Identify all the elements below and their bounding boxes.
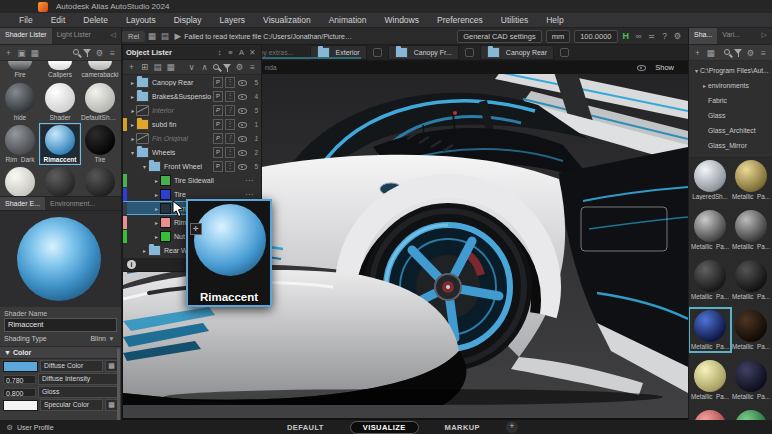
unlink-icon[interactable]: ≍	[645, 31, 658, 41]
transform-box[interactable]: ⋮	[225, 119, 235, 130]
tab-shader-editor-0[interactable]: Shader E...	[0, 197, 45, 210]
menu-windows[interactable]: Windows	[376, 15, 428, 25]
tab-shader-lister-1[interactable]: Light Lister	[52, 28, 96, 44]
expander-icon[interactable]: ▸	[701, 82, 708, 89]
shader-thumb[interactable]	[1, 167, 39, 196]
gear-icon[interactable]: ⚙	[93, 48, 106, 58]
menu-icon[interactable]: ≡	[246, 62, 259, 72]
property-label-button[interactable]: Diffuse Intensity	[38, 373, 118, 385]
shading-type-value[interactable]: Blinn	[90, 335, 106, 342]
library-tree-row-4[interactable]: Glass_Architect	[689, 123, 772, 138]
tab-shader-editor-1[interactable]: Environment...	[45, 197, 100, 210]
property-label-button[interactable]: Gloss	[38, 386, 118, 398]
menu-delete[interactable]: Delete	[74, 15, 117, 25]
tree-row-wheels[interactable]: ▾WheelsP⋮2	[123, 145, 261, 159]
tab-badge-icon[interactable]	[560, 48, 569, 57]
tree-row-fin-original[interactable]: ▸Fin OriginalP⋮1	[123, 131, 261, 145]
tree-row-brakes-suspensio[interactable]: ▸Brakes&SuspensioP⋮4	[123, 89, 261, 103]
library-thumb[interactable]	[691, 410, 729, 420]
grid-icon[interactable]: ▦	[145, 31, 158, 41]
more-dots[interactable]: ⋯	[245, 190, 253, 199]
window-control-icon[interactable]: A	[236, 48, 247, 57]
library-play-icon[interactable]: ▷	[757, 28, 772, 44]
history-badge[interactable]: H	[623, 31, 630, 41]
search-icon[interactable]	[211, 62, 222, 73]
transform-box[interactable]: ⋮	[225, 77, 235, 88]
collapse-panel-icon[interactable]: ◁	[106, 28, 121, 44]
expander-icon[interactable]: ▾	[693, 67, 700, 74]
gear-icon[interactable]: ⚙	[744, 48, 757, 58]
window-control-icon[interactable]: ≡	[225, 48, 236, 57]
scale-field[interactable]: 100.0000	[574, 30, 617, 43]
library-thumb[interactable]: LayeredSh...	[691, 160, 729, 200]
pick-state-box[interactable]: P	[213, 105, 223, 116]
search-icon[interactable]	[71, 47, 82, 58]
menu-preferences[interactable]: Preferences	[428, 15, 492, 25]
menu-visualization[interactable]: Visualization	[254, 15, 320, 25]
color-swatch[interactable]	[3, 400, 38, 411]
menu-file[interactable]: File	[10, 15, 42, 25]
filter-icon[interactable]	[222, 62, 233, 73]
expander-icon[interactable]: ▸	[129, 79, 136, 86]
visibility-eye-icon[interactable]	[237, 120, 248, 128]
menu-animation[interactable]: Animation	[320, 15, 376, 25]
tree-row-canopy-rear[interactable]: ▸Canopy RearP⋮5	[123, 75, 261, 89]
shader-thumb[interactable]: Tire	[81, 125, 119, 163]
shader-thumb[interactable]: Shader	[41, 83, 79, 121]
expander-icon[interactable]: ▸	[129, 107, 136, 114]
color-swatch[interactable]	[3, 361, 38, 372]
expander-icon[interactable]: ▸	[153, 191, 160, 198]
expander-icon[interactable]: ▾	[141, 163, 148, 170]
list-icon[interactable]: ▤	[158, 31, 171, 41]
shader-thumb[interactable]: Rimaccent	[41, 125, 79, 163]
collapse-icon[interactable]: ∨	[185, 62, 198, 72]
expander-icon[interactable]: ▸	[153, 233, 160, 240]
pick-state-box[interactable]: P	[213, 119, 223, 130]
menu-utilities[interactable]: Utilities	[492, 15, 537, 25]
filter-icon[interactable]	[733, 47, 744, 58]
library-thumb[interactable]: Metallic_Pa...	[732, 260, 770, 300]
expand-icon[interactable]: ∧	[198, 62, 211, 72]
search-icon[interactable]	[722, 47, 733, 58]
menu-help[interactable]: Help	[537, 15, 572, 25]
visibility-eye-icon[interactable]	[237, 92, 248, 100]
user-profile-button[interactable]: ⚙ User Profile	[5, 423, 54, 432]
link-icon[interactable]: ∞	[632, 31, 645, 41]
shader-thumb[interactable]	[81, 167, 119, 196]
library-tree-row-0[interactable]: ▾C:\Program Files\Aut...	[689, 63, 772, 78]
property-label-button[interactable]: Specular Color	[40, 399, 103, 411]
visibility-eye-icon[interactable]	[237, 162, 248, 170]
library-thumb[interactable]: Metallic_Pa...	[732, 360, 770, 400]
delete-icon[interactable]: ▦	[28, 48, 41, 58]
expander-icon[interactable]: ▸	[153, 219, 160, 226]
gear-icon[interactable]: ⚙	[671, 31, 684, 41]
expander-icon[interactable]: ▾	[129, 149, 136, 156]
tree-row-subd-fin[interactable]: ▸subd finP⋮1	[123, 117, 261, 131]
help-icon[interactable]: ?	[658, 31, 671, 41]
tab-library-1[interactable]: Vari...	[717, 28, 745, 44]
color-section-header[interactable]: ▼ Color	[0, 346, 121, 359]
visibility-eye-icon[interactable]	[237, 148, 248, 156]
filter-icon[interactable]	[82, 47, 93, 58]
transform-box[interactable]: ⋮	[225, 105, 235, 116]
menu-icon[interactable]: ≡	[106, 48, 119, 58]
menu-layouts[interactable]: Layouts	[117, 15, 165, 25]
library-tree-row-1[interactable]: ▸environments	[689, 78, 772, 93]
trash-icon[interactable]: ▦	[704, 48, 717, 58]
shader-thumb[interactable]: hide	[1, 83, 39, 121]
library-thumb[interactable]: Metallic_Pa...	[732, 310, 770, 350]
property-value-field[interactable]: 0.800	[3, 388, 36, 397]
scrollbar[interactable]	[117, 348, 120, 420]
tab-badge-icon[interactable]	[465, 48, 474, 57]
gear-icon[interactable]: ⚙	[233, 62, 246, 72]
add-icon[interactable]: +	[691, 48, 704, 58]
expander-icon[interactable]: ▸	[129, 135, 136, 142]
show-button[interactable]: Show	[636, 63, 674, 72]
menu-icon[interactable]: ≡	[757, 48, 770, 58]
expander-icon[interactable]: ▸	[141, 247, 148, 254]
tab-badge-icon[interactable]	[373, 48, 382, 57]
rel-toggle[interactable]: Rel	[122, 31, 145, 42]
play-icon[interactable]: ▶	[171, 31, 184, 41]
add-shader-icon[interactable]: +	[2, 48, 15, 58]
library-thumb[interactable]: Metallic_Pa...	[732, 210, 770, 250]
